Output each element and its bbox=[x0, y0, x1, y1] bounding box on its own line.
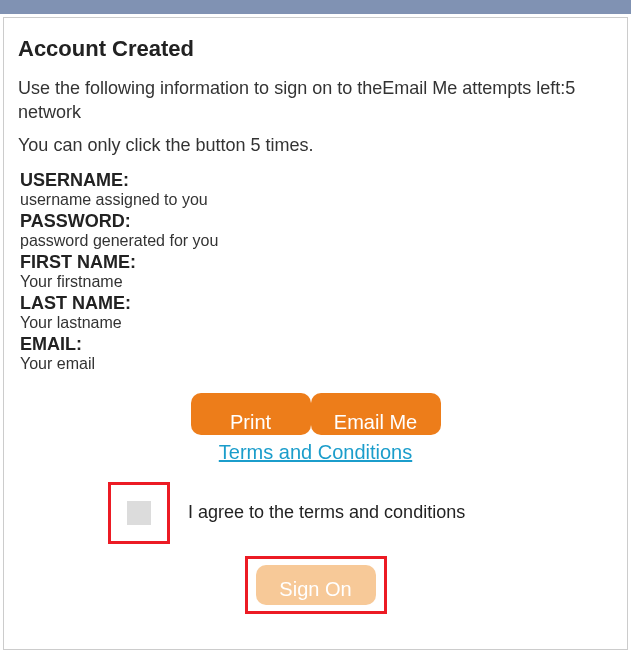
password-value: password generated for you bbox=[20, 232, 613, 250]
lastname-value: Your lastname bbox=[20, 314, 613, 332]
page-title: Account Created bbox=[18, 36, 613, 62]
firstname-label: FIRST NAME: bbox=[20, 252, 613, 273]
action-buttons-row: PrintEmail Me bbox=[18, 393, 613, 435]
intro-suffix: network bbox=[18, 102, 81, 122]
subintro-text: You can only click the button 5 times. bbox=[18, 135, 613, 156]
intro-text: Use the following information to sign on… bbox=[18, 76, 613, 125]
intro-prefix: Use the following information to sign on… bbox=[18, 78, 382, 98]
username-value: username assigned to you bbox=[20, 191, 613, 209]
firstname-value: Your firstname bbox=[20, 273, 613, 291]
top-bar bbox=[0, 0, 631, 14]
username-field: USERNAME: username assigned to you bbox=[18, 170, 613, 209]
lastname-label: LAST NAME: bbox=[20, 293, 613, 314]
email-value: Your email bbox=[20, 355, 613, 373]
intro-button-ref: Email Me bbox=[382, 78, 457, 98]
terms-link-row: Terms and Conditions bbox=[18, 441, 613, 464]
firstname-field: FIRST NAME: Your firstname bbox=[18, 252, 613, 291]
agree-row: I agree to the terms and conditions bbox=[18, 482, 613, 544]
signon-row: Sign On bbox=[18, 556, 613, 614]
checkbox-highlight bbox=[108, 482, 170, 544]
email-label: EMAIL: bbox=[20, 334, 613, 355]
sign-on-button[interactable]: Sign On bbox=[256, 565, 376, 605]
password-label: PASSWORD: bbox=[20, 211, 613, 232]
agree-checkbox[interactable] bbox=[127, 501, 151, 525]
intro-attempts: attempts left:5 bbox=[457, 78, 575, 98]
lastname-field: LAST NAME: Your lastname bbox=[18, 293, 613, 332]
email-field: EMAIL: Your email bbox=[18, 334, 613, 373]
signon-highlight: Sign On bbox=[245, 556, 387, 614]
email-me-button[interactable]: Email Me bbox=[311, 393, 441, 435]
account-created-panel: Account Created Use the following inform… bbox=[3, 17, 628, 650]
agree-text: I agree to the terms and conditions bbox=[188, 502, 465, 523]
username-label: USERNAME: bbox=[20, 170, 613, 191]
terms-and-conditions-link[interactable]: Terms and Conditions bbox=[219, 441, 412, 463]
print-button[interactable]: Print bbox=[191, 393, 311, 435]
password-field: PASSWORD: password generated for you bbox=[18, 211, 613, 250]
